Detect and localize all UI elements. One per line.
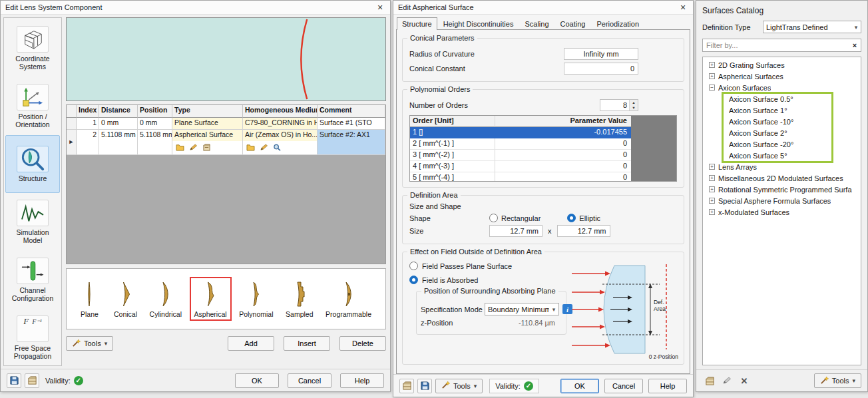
field-passes-plane-surface-radio[interactable]: Field Passes Plane Surface [409,262,566,270]
help-button[interactable]: Help [648,379,687,393]
catalog-button[interactable] [702,374,717,387]
catalog-button[interactable] [399,379,414,393]
order-cell[interactable]: 4 [ mm^(-3) ] [410,161,495,172]
edit-pencil-icon[interactable] [720,374,734,387]
spin-up-icon[interactable]: ▲ [630,100,638,105]
column-header[interactable]: Parameter Value [495,116,631,127]
specification-mode-dropdown[interactable]: Boundary Minimum ▾ [485,303,559,315]
tree-item-x-modulated-surfaces[interactable]: + x-Modulated Surfaces [704,206,859,218]
size-y-field[interactable]: 12.7 mm [557,225,610,237]
help-button[interactable]: Help [340,373,384,388]
open-folder-icon[interactable] [246,144,255,152]
tree-item-lens-arrays[interactable]: + Lens Arrays [704,161,859,172]
column-header[interactable]: Position [138,105,172,118]
tree-item-axicon-surface-neg20[interactable]: Axicon Surface -20° [704,138,859,150]
surface-type-plane[interactable]: Plane [76,277,103,321]
spinner-value[interactable]: 8 [600,100,629,110]
sidebar-item-position-orientation[interactable]: Position / Orientation [5,77,60,135]
table-row[interactable]: 5 [ mm^(-4) ] 0 [410,172,631,182]
tree-item-2d-grating-surfaces[interactable]: + 2D Grating Surfaces [704,59,859,71]
cancel-button[interactable]: Cancel [604,379,643,393]
value-cell[interactable]: 0 [495,172,631,182]
tab-coating[interactable]: Coating [555,17,591,30]
expand-icon[interactable]: + [709,164,715,170]
radio-icon[interactable] [409,262,418,270]
column-header[interactable]: Index [77,105,99,118]
tab-periodization[interactable]: Periodization [591,17,644,30]
expand-icon[interactable]: + [709,175,715,181]
distance-cell[interactable]: 0 mm [99,118,138,130]
tree-item-miscellaneous-2d-modulated-surfaces[interactable]: + Miscellaneous 2D Modulated Surfaces [704,172,859,184]
comment-cell[interactable]: Surface #1 (STO [318,118,385,130]
close-icon[interactable]: × [678,2,688,13]
search-magnifier-icon[interactable] [273,144,282,152]
column-header[interactable]: Homogeneous Medium [243,105,318,118]
table-row[interactable]: 1 [] -0.017455 [410,127,631,138]
insert-button[interactable]: Insert [284,336,330,351]
index-cell[interactable]: 2 [77,130,99,155]
clear-filter-icon[interactable]: × [849,41,861,49]
value-cell[interactable]: -0.017455 [495,127,631,138]
expand-icon[interactable]: + [709,73,715,79]
tree-item-axicon-surface-05[interactable]: Axicon Surface 0.5° [704,93,859,104]
tools-button[interactable]: Tools ▾ [66,336,113,351]
table-row[interactable]: ► 2 5.1108 mm 5.1108 mm Aspherical Surfa… [67,130,385,155]
table-row[interactable]: 2 [ mm^(-1) ] 0 [410,138,631,150]
sidebar-item-coordinate-systems[interactable]: Coordinate Systems [5,19,60,77]
size-x-field[interactable]: 12.7 mm [489,225,542,237]
edit-pencil-icon[interactable] [189,144,198,152]
table-row[interactable]: 1 0 mm 0 mm Plane Surface C79-80_CORNING… [67,118,385,130]
tools-button[interactable]: Tools ▾ [435,379,483,393]
collapse-icon[interactable]: − [709,85,715,91]
radio-icon[interactable] [489,214,498,222]
position-cell[interactable]: 0 mm [138,118,172,130]
catalog-icon[interactable] [202,144,211,152]
delete-button[interactable]: Delete [339,336,386,351]
surface-type-programmable[interactable]: Programmable [321,277,376,321]
spin-down-icon[interactable]: ▼ [630,105,638,110]
tree-item-rotational-symmetric-programmed-surfaces[interactable]: + Rotational Symmetric Programmed Surfa [704,184,859,195]
tab-height-discontinuities[interactable]: Height Discontinuities [438,17,519,30]
delete-icon[interactable]: ✕ [737,374,752,387]
edit-pencil-icon[interactable] [260,144,268,152]
expand-icon[interactable]: + [709,209,715,215]
shape-elliptic-radio[interactable]: Elliptic [567,214,600,222]
radio-icon[interactable] [567,214,576,222]
sidebar-item-free-space-propagation[interactable]: F F⁻¹ Free Space Propagation [5,309,60,367]
tree-item-axicon-surface-1[interactable]: Axicon Surface 1° [704,104,859,116]
table-row[interactable]: 4 [ mm^(-3) ] 0 [410,161,631,172]
filter-input[interactable] [703,41,849,49]
position-cell[interactable]: 5.1108 mm [138,130,172,155]
sidebar-item-simulation-model[interactable]: Simulation Model [5,193,60,251]
ok-button[interactable]: OK [235,373,279,388]
index-cell[interactable]: 1 [77,118,99,130]
catalog-button[interactable] [25,373,39,388]
order-cell[interactable]: 2 [ mm^(-1) ] [410,138,495,150]
tree-item-axicon-surface-5[interactable]: Axicon Surface 5° [704,150,859,161]
sidebar-item-channel-configuration[interactable]: Channel Configuration [5,251,60,309]
column-header[interactable]: Distance [99,105,138,118]
tree-item-axicon-surfaces[interactable]: − Axicon Surfaces [704,82,859,93]
table-row[interactable]: 3 [ mm^(-2) ] 0 [410,150,631,161]
shape-rectangular-radio[interactable]: Rectangular [489,214,541,222]
type-cell[interactable]: Aspherical Surface [172,130,243,155]
surface-type-conical[interactable]: Conical [109,277,142,321]
column-header[interactable]: Comment [318,105,385,118]
number-of-orders-spinner[interactable]: 8 ▲ ▼ [600,99,638,111]
radio-icon[interactable] [409,276,418,284]
open-folder-icon[interactable] [176,144,184,152]
lens-preview-viewport[interactable] [66,17,386,101]
surface-type-cylindrical[interactable]: Cylindrical [145,277,186,321]
surface-type-polynomial[interactable]: Polynomial [234,277,278,321]
column-header[interactable]: Order [Unit] [410,116,495,127]
distance-cell[interactable]: 5.1108 mm [99,130,138,155]
tab-structure[interactable]: Structure [397,17,437,30]
medium-cell[interactable]: Air (Zemax OS) in Ho... [243,130,318,155]
value-cell[interactable]: 0 [495,150,631,161]
sidebar-item-structure[interactable]: Structure [5,135,60,193]
conical-constant-field[interactable]: 0 [564,63,638,75]
order-cell[interactable]: 3 [ mm^(-2) ] [410,150,495,161]
close-icon[interactable]: × [375,2,385,13]
cancel-button[interactable]: Cancel [288,373,331,388]
surface-type-sampled[interactable]: Sampled [281,277,318,321]
